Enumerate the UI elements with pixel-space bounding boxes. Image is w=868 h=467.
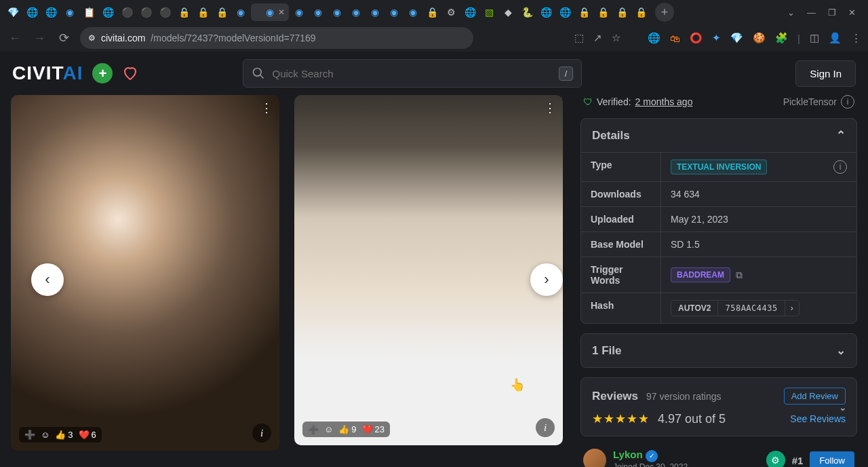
info-icon[interactable]: i (841, 95, 854, 109)
create-button[interactable]: + (92, 63, 113, 83)
image-menu-icon[interactable]: ⋮ (544, 100, 556, 115)
search-box[interactable]: / (243, 59, 582, 88)
browser-tab[interactable]: ◉ (232, 3, 250, 21)
info-icon[interactable]: i (833, 160, 847, 174)
browser-tab[interactable]: 🔒 (594, 3, 612, 21)
browser-tab[interactable]: 📋 (80, 3, 98, 21)
browser-tab[interactable]: ◉ (61, 3, 79, 21)
details-panel: Details ⌃ Type TEXTUAL INVERSIONi Downlo… (580, 118, 857, 324)
browser-tab[interactable]: 🔒 (423, 3, 441, 21)
install-icon[interactable]: ⬚ (574, 32, 584, 44)
ext-icon[interactable]: 🌐 (648, 32, 660, 44)
sidebar: 🛡 Verified: 2 months ago PickleTensor i … (580, 95, 857, 467)
maximize-icon[interactable]: ❐ (828, 7, 836, 18)
follow-button[interactable]: Follow (810, 451, 854, 468)
favorites-button[interactable] (122, 65, 138, 81)
avatar[interactable] (583, 449, 606, 467)
add-reaction-button[interactable]: ➕ (308, 424, 319, 434)
browser-tab[interactable]: 💎 (4, 3, 22, 21)
browser-tab[interactable]: ◆ (499, 3, 517, 21)
see-reviews-link[interactable]: See Reviews (790, 413, 846, 424)
image-placeholder (294, 95, 563, 445)
browser-tab[interactable]: ▧ (480, 3, 498, 21)
menu-icon[interactable]: ⋮ (851, 32, 861, 44)
browser-tab[interactable]: 🔒 (632, 3, 650, 21)
browser-tab[interactable]: 🌐 (99, 3, 117, 21)
chevron-right-icon[interactable]: › (785, 301, 799, 316)
trigger-word-badge[interactable]: BADDREAM (671, 267, 730, 282)
forward-button[interactable]: → (31, 31, 47, 45)
browser-tab[interactable]: ⚙ (442, 3, 460, 21)
chevron-down-icon[interactable]: ⌄ (787, 7, 795, 18)
image-menu-icon[interactable]: ⋮ (260, 100, 273, 115)
add-review-button[interactable]: Add Review (784, 388, 846, 405)
share-icon[interactable]: ↗ (593, 32, 602, 44)
browser-tab[interactable]: 🌐 (461, 3, 479, 21)
url-input[interactable]: ⚙ civitai.com/models/72437?modelVersionI… (80, 27, 473, 49)
browser-tab[interactable]: 🌐 (23, 3, 41, 21)
extensions-icon[interactable]: 🧩 (775, 32, 788, 44)
image-info-button[interactable]: i (252, 424, 271, 443)
browser-tab[interactable]: 🔒 (613, 3, 631, 21)
thumbs-reaction[interactable]: 👍 3 (55, 430, 73, 440)
browser-tab[interactable]: 🌐 (556, 3, 574, 21)
back-button[interactable]: ← (7, 31, 23, 45)
new-tab-button[interactable]: + (655, 3, 674, 22)
search-icon (252, 67, 265, 80)
panel-title: Details (592, 129, 630, 143)
browser-tab[interactable]: 🌐 (537, 3, 555, 21)
image-info-button[interactable]: i (536, 418, 555, 437)
browser-tab[interactable]: ◉ (385, 3, 403, 21)
verified-date-link[interactable]: 2 months ago (635, 96, 693, 107)
browser-tab[interactable]: ⚫ (118, 3, 136, 21)
close-icon[interactable]: ✕ (278, 7, 285, 17)
author-name-link[interactable]: Lykon (613, 449, 643, 460)
minimize-icon[interactable]: — (807, 7, 816, 18)
files-header[interactable]: 1 File ⌄ (581, 334, 856, 367)
browser-tab[interactable]: 🔒 (575, 3, 593, 21)
chevron-down-icon[interactable]: ⌄ (839, 402, 847, 413)
browser-tab[interactable]: ◉ (404, 3, 422, 21)
heart-reaction[interactable]: ❤️ 23 (362, 424, 384, 434)
add-reaction-button[interactable]: ➕ (24, 430, 35, 440)
browser-tab[interactable]: ◉ (328, 3, 346, 21)
site-logo[interactable]: CIVITAI (12, 62, 83, 84)
browser-tab[interactable]: 🔒 (175, 3, 193, 21)
type-badge: TEXTUAL INVERSION (671, 160, 767, 174)
ext-icon[interactable]: ✦ (712, 32, 721, 44)
detail-label: Uploaded (581, 207, 661, 231)
browser-tab[interactable]: ◉ (347, 3, 365, 21)
browser-tab[interactable]: ◉ (366, 3, 384, 21)
ext-icon[interactable]: 🛍 (670, 33, 680, 44)
browser-tab[interactable]: ⚫ (137, 3, 155, 21)
browser-tab[interactable]: ⚫ (156, 3, 174, 21)
browser-tab[interactable]: 🐍 (518, 3, 536, 21)
heart-reaction[interactable]: ❤️ 6 (79, 430, 96, 440)
close-window-icon[interactable]: ✕ (848, 7, 856, 18)
reload-button[interactable]: ⟳ (56, 31, 72, 45)
details-header[interactable]: Details ⌃ (581, 119, 856, 152)
gallery-image[interactable]: ⋮ ➕ ☺ 👍 9 ❤️ 23 i (294, 95, 563, 445)
search-input[interactable] (272, 68, 551, 79)
browser-tab[interactable]: ◉ (290, 3, 308, 21)
browser-tab[interactable]: 🔒 (194, 3, 212, 21)
browser-tab-active[interactable]: ◉✕ (251, 3, 289, 21)
browser-tab[interactable]: ◉ (309, 3, 327, 21)
profile-icon[interactable]: 👤 (829, 32, 842, 44)
site-info-icon[interactable]: ⚙ (88, 33, 96, 43)
ext-icon[interactable]: ⭕ (690, 32, 703, 44)
browser-tab[interactable]: 🔒 (213, 3, 231, 21)
carousel-next-button[interactable]: › (530, 263, 563, 296)
hash-selector[interactable]: AUTOV2 758AAC4435 › (671, 300, 800, 316)
copy-icon[interactable]: ⧉ (736, 269, 743, 281)
sign-in-button[interactable]: Sign In (795, 60, 856, 87)
bookmark-icon[interactable]: ☆ (612, 32, 620, 44)
carousel-prev-button[interactable]: ‹ (31, 263, 64, 296)
ext-icon[interactable]: 🍪 (753, 32, 766, 44)
emoji-button[interactable]: ☺ (41, 430, 50, 440)
ext-icon[interactable]: 💎 (730, 32, 743, 44)
thumbs-reaction[interactable]: 👍 9 (338, 424, 356, 434)
emoji-button[interactable]: ☺ (324, 424, 333, 434)
browser-tab[interactable]: 🌐 (42, 3, 60, 21)
sidepanel-icon[interactable]: ◫ (810, 32, 819, 44)
